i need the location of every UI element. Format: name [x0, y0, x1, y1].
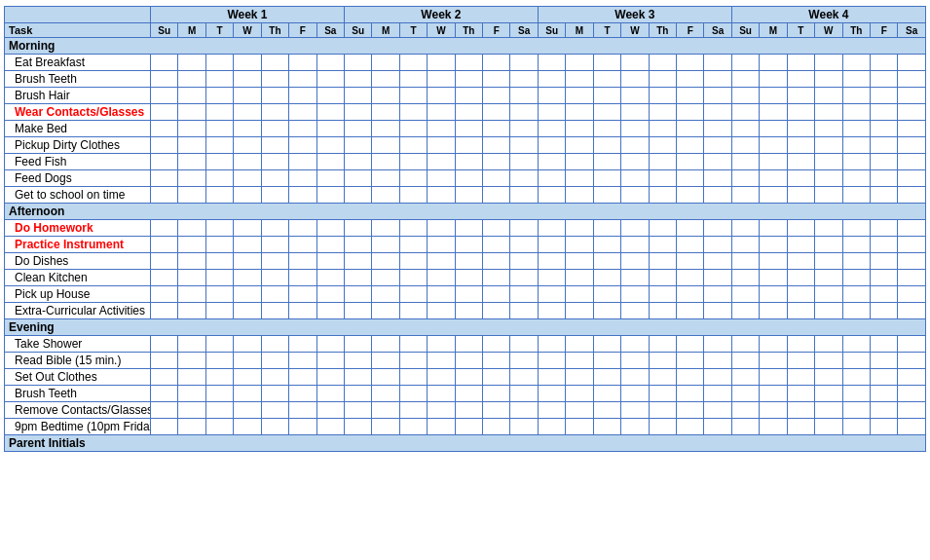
day-cell[interactable]: [898, 336, 926, 353]
day-cell[interactable]: [870, 220, 897, 237]
day-cell[interactable]: [677, 237, 704, 253]
day-cell[interactable]: [483, 137, 510, 154]
day-cell[interactable]: [842, 402, 870, 419]
day-cell[interactable]: [234, 419, 261, 435]
day-cell[interactable]: [316, 187, 344, 204]
day-cell[interactable]: [428, 220, 455, 237]
day-cell[interactable]: [261, 88, 288, 104]
day-cell[interactable]: [621, 137, 649, 154]
day-cell[interactable]: [898, 154, 926, 170]
day-cell[interactable]: [372, 154, 399, 170]
day-cell[interactable]: [483, 154, 510, 170]
day-cell[interactable]: [787, 386, 814, 402]
day-cell[interactable]: [870, 369, 897, 386]
day-cell[interactable]: [372, 336, 399, 353]
day-cell[interactable]: [178, 71, 205, 88]
day-cell[interactable]: [178, 220, 205, 237]
day-cell[interactable]: [677, 71, 704, 88]
day-cell[interactable]: [510, 104, 538, 121]
day-cell[interactable]: [731, 286, 759, 303]
day-cell[interactable]: [205, 402, 233, 419]
day-cell[interactable]: [316, 220, 344, 237]
day-cell[interactable]: [178, 386, 205, 402]
day-cell[interactable]: [649, 336, 676, 353]
day-cell[interactable]: [151, 303, 178, 319]
day-cell[interactable]: [621, 253, 649, 270]
day-cell[interactable]: [677, 402, 704, 419]
day-cell[interactable]: [316, 286, 344, 303]
day-cell[interactable]: [704, 220, 731, 237]
day-cell[interactable]: [621, 270, 649, 286]
day-cell[interactable]: [815, 220, 842, 237]
day-cell[interactable]: [593, 270, 620, 286]
day-cell[interactable]: [593, 286, 620, 303]
day-cell[interactable]: [510, 187, 538, 204]
day-cell[interactable]: [316, 386, 344, 402]
day-cell[interactable]: [483, 237, 510, 253]
day-cell[interactable]: [538, 104, 565, 121]
day-cell[interactable]: [483, 369, 510, 386]
day-cell[interactable]: [483, 220, 510, 237]
day-cell[interactable]: [842, 369, 870, 386]
day-cell[interactable]: [510, 220, 538, 237]
day-cell[interactable]: [178, 121, 205, 137]
day-cell[interactable]: [842, 419, 870, 435]
day-cell[interactable]: [316, 237, 344, 253]
day-cell[interactable]: [399, 88, 427, 104]
day-cell[interactable]: [261, 402, 288, 419]
day-cell[interactable]: [344, 286, 371, 303]
day-cell[interactable]: [677, 154, 704, 170]
day-cell[interactable]: [677, 303, 704, 319]
day-cell[interactable]: [731, 386, 759, 402]
day-cell[interactable]: [399, 286, 427, 303]
day-cell[interactable]: [538, 286, 565, 303]
day-cell[interactable]: [649, 187, 676, 204]
day-cell[interactable]: [261, 154, 288, 170]
day-cell[interactable]: [234, 253, 261, 270]
day-cell[interactable]: [898, 303, 926, 319]
day-cell[interactable]: [593, 353, 620, 369]
day-cell[interactable]: [234, 286, 261, 303]
day-cell[interactable]: [151, 71, 178, 88]
day-cell[interactable]: [151, 419, 178, 435]
day-cell[interactable]: [205, 253, 233, 270]
day-cell[interactable]: [649, 286, 676, 303]
day-cell[interactable]: [428, 88, 455, 104]
day-cell[interactable]: [205, 353, 233, 369]
day-cell[interactable]: [344, 369, 371, 386]
day-cell[interactable]: [428, 187, 455, 204]
day-cell[interactable]: [178, 253, 205, 270]
day-cell[interactable]: [428, 104, 455, 121]
day-cell[interactable]: [151, 353, 178, 369]
day-cell[interactable]: [372, 71, 399, 88]
day-cell[interactable]: [344, 104, 371, 121]
day-cell[interactable]: [704, 419, 731, 435]
day-cell[interactable]: [760, 137, 787, 154]
day-cell[interactable]: [898, 104, 926, 121]
day-cell[interactable]: [399, 237, 427, 253]
day-cell[interactable]: [538, 121, 565, 137]
day-cell[interactable]: [261, 386, 288, 402]
day-cell[interactable]: [455, 220, 482, 237]
day-cell[interactable]: [205, 237, 233, 253]
day-cell[interactable]: [344, 386, 371, 402]
day-cell[interactable]: [289, 286, 316, 303]
day-cell[interactable]: [151, 154, 178, 170]
day-cell[interactable]: [704, 286, 731, 303]
day-cell[interactable]: [870, 55, 897, 71]
day-cell[interactable]: [344, 270, 371, 286]
day-cell[interactable]: [344, 336, 371, 353]
day-cell[interactable]: [372, 104, 399, 121]
day-cell[interactable]: [234, 270, 261, 286]
day-cell[interactable]: [428, 353, 455, 369]
day-cell[interactable]: [677, 369, 704, 386]
day-cell[interactable]: [289, 270, 316, 286]
day-cell[interactable]: [593, 137, 620, 154]
day-cell[interactable]: [510, 402, 538, 419]
day-cell[interactable]: [566, 55, 593, 71]
day-cell[interactable]: [399, 336, 427, 353]
day-cell[interactable]: [649, 137, 676, 154]
day-cell[interactable]: [151, 187, 178, 204]
day-cell[interactable]: [234, 154, 261, 170]
day-cell[interactable]: [731, 270, 759, 286]
